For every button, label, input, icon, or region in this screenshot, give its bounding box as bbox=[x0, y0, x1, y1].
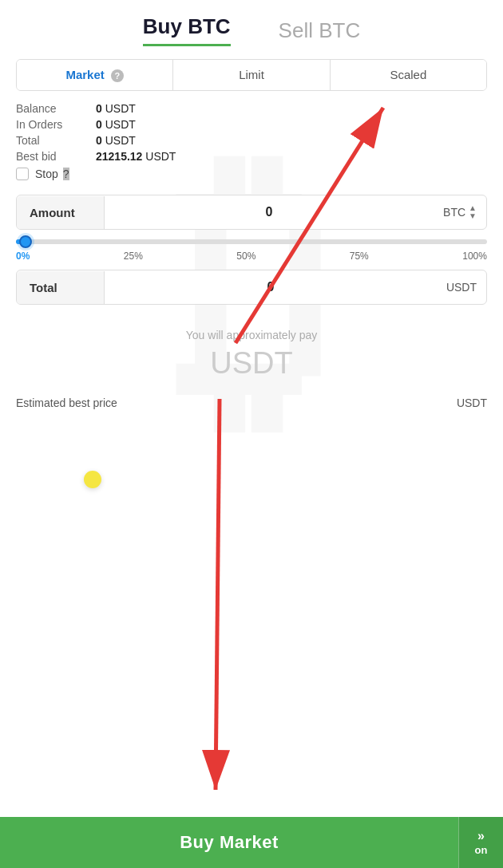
buy-tab[interactable]: Buy BTC bbox=[143, 14, 231, 46]
total-currency: USDT bbox=[437, 281, 486, 294]
chevrons-icon: » bbox=[477, 830, 485, 842]
slider-label-50[interactable]: 50% bbox=[236, 251, 255, 262]
stop-help-icon[interactable]: ? bbox=[63, 168, 69, 180]
slider-labels: 0% 25% 50% 75% 100% bbox=[16, 251, 487, 262]
best-bid-label: Best bid bbox=[16, 150, 96, 163]
stop-checkbox[interactable] bbox=[16, 168, 29, 180]
slider-label-75[interactable]: 75% bbox=[350, 251, 369, 262]
slider-section: 0% 25% 50% 75% 100% bbox=[16, 239, 487, 262]
amount-currency: BTC ▲ ▼ bbox=[434, 204, 486, 220]
balance-row: Balance 0 USDT bbox=[16, 102, 487, 115]
on-label: on bbox=[475, 844, 488, 856]
total-field-label: Total bbox=[17, 271, 105, 304]
total-info-label: Total bbox=[16, 134, 96, 147]
amount-field-row: Amount BTC ▲ ▼ bbox=[16, 195, 487, 230]
svg-line-3 bbox=[216, 399, 220, 790]
stop-row: Stop ? bbox=[16, 168, 487, 180]
tab-scaled[interactable]: Scaled bbox=[331, 60, 486, 90]
stop-label: Stop bbox=[35, 168, 58, 180]
slider-track[interactable] bbox=[16, 239, 487, 244]
slider-label-25[interactable]: 25% bbox=[124, 251, 143, 262]
slider-label-100[interactable]: 100% bbox=[462, 251, 487, 262]
in-orders-label: In Orders bbox=[16, 118, 96, 131]
tab-market[interactable]: Market ? bbox=[17, 60, 173, 90]
balance-label: Balance bbox=[16, 102, 96, 115]
pay-info-section: You will approximately pay USDT bbox=[0, 305, 503, 389]
amount-label: Amount bbox=[17, 196, 105, 229]
buy-button-container: Buy Market » on bbox=[0, 817, 503, 868]
slider-thumb[interactable] bbox=[19, 235, 32, 248]
best-bid-value: 21215.12 USDT bbox=[96, 150, 176, 163]
estimated-row: Estimated best price USDT bbox=[0, 389, 503, 417]
total-input[interactable] bbox=[105, 270, 437, 304]
estimated-label: Estimated best price bbox=[16, 397, 117, 409]
tab-limit[interactable]: Limit bbox=[173, 60, 330, 90]
in-orders-row: In Orders 0 USDT bbox=[16, 118, 487, 131]
slider-label-0[interactable]: 0% bbox=[16, 251, 30, 262]
total-field-row: Total USDT bbox=[16, 270, 487, 305]
buy-on-button[interactable]: » on bbox=[458, 817, 503, 868]
balance-value: 0 USDT bbox=[96, 102, 136, 115]
in-orders-value: 0 USDT bbox=[96, 118, 136, 131]
total-info-row: Total 0 USDT bbox=[16, 134, 487, 147]
total-info-value: 0 USDT bbox=[96, 134, 136, 147]
estimated-value: USDT bbox=[457, 397, 487, 409]
pay-info-amount: USDT bbox=[16, 346, 487, 381]
best-bid-row: Best bid 21215.12 USDT bbox=[16, 150, 487, 163]
yellow-dot bbox=[84, 471, 101, 488]
sell-tab[interactable]: Sell BTC bbox=[279, 18, 361, 43]
order-type-tabs: Market ? Limit Scaled bbox=[16, 59, 487, 91]
buy-market-button[interactable]: Buy Market bbox=[0, 817, 458, 868]
amount-input[interactable] bbox=[105, 195, 434, 229]
amount-arrows[interactable]: ▲ ▼ bbox=[469, 204, 477, 220]
pay-info-label: You will approximately pay bbox=[16, 329, 487, 341]
market-help-icon[interactable]: ? bbox=[111, 69, 124, 82]
info-section: Balance 0 USDT In Orders 0 USDT Total 0 … bbox=[0, 91, 503, 187]
header-tabs: Buy BTC Sell BTC bbox=[0, 0, 503, 46]
